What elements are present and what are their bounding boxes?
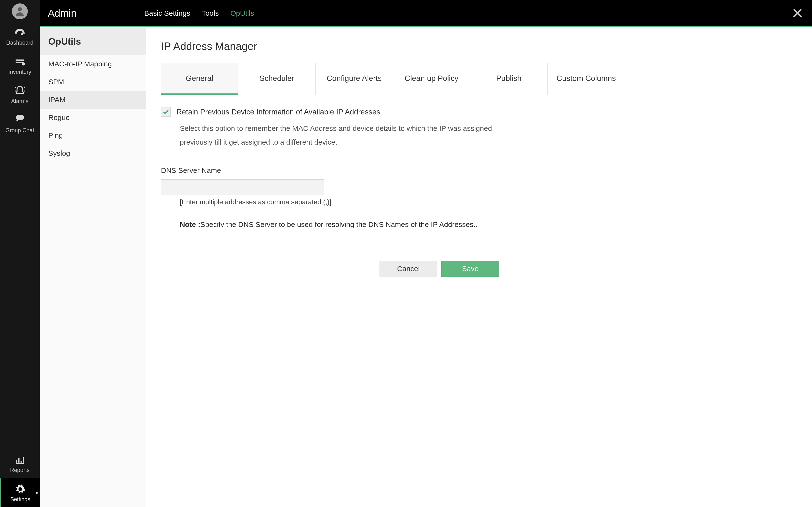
gear-icon: [15, 483, 26, 495]
sidebar-item-syslog[interactable]: Syslog: [40, 145, 146, 162]
close-icon[interactable]: [792, 7, 803, 19]
header-title: Admin: [48, 7, 77, 19]
svg-rect-2: [16, 59, 24, 61]
nav-item-label: Settings: [10, 496, 30, 503]
nav-rail: Dashboard Inventory Alarms Group Chat: [0, 0, 40, 507]
sidebar-item-mac-to-ip[interactable]: MAC-to-IP Mapping: [40, 55, 146, 73]
svg-point-4: [22, 63, 25, 66]
bell-icon: [14, 85, 26, 97]
retain-description: Select this option to remember the MAC A…: [180, 121, 499, 149]
dns-hint: [Enter multiple addresses as comma separ…: [180, 198, 797, 206]
dns-field-label: DNS Server Name: [161, 166, 797, 175]
avatar[interactable]: [0, 0, 40, 21]
dns-input[interactable]: [161, 179, 324, 195]
tab-custom-columns[interactable]: Custom Columns: [548, 63, 625, 95]
nav-item-label: Inventory: [8, 69, 32, 75]
nav-dashboard[interactable]: Dashboard: [0, 21, 40, 50]
second-sidebar: OpUtils MAC-to-IP Mapping SPM IPAM Rogue…: [40, 28, 146, 507]
chart-icon: [14, 454, 25, 466]
nav-item-label: Reports: [10, 467, 30, 473]
retain-checkbox-label: Retain Previous Device Information of Av…: [176, 107, 380, 116]
nav-groupchat[interactable]: Group Chat: [0, 109, 40, 138]
dns-note: Note :Specify the DNS Server to be used …: [180, 220, 518, 229]
header-tab-basic-settings[interactable]: Basic Settings: [144, 9, 190, 17]
nav-item-label: Group Chat: [6, 127, 34, 134]
header-tab-tools[interactable]: Tools: [202, 9, 219, 17]
sidebar-item-spm[interactable]: SPM: [40, 73, 146, 91]
save-button[interactable]: Save: [441, 261, 499, 277]
sidebar-title: OpUtils: [40, 28, 146, 55]
svg-point-1: [21, 33, 23, 35]
header: Admin Basic Settings Tools OpUtils: [40, 0, 812, 27]
nav-alarms[interactable]: Alarms: [0, 80, 40, 109]
nav-settings[interactable]: Settings ▸: [0, 478, 40, 507]
cancel-button[interactable]: Cancel: [379, 261, 438, 277]
header-tab-oputils[interactable]: OpUtils: [230, 9, 254, 17]
nav-inventory[interactable]: Inventory: [0, 50, 40, 80]
chevron-right-icon: ▸: [36, 490, 39, 495]
tab-scheduler[interactable]: Scheduler: [238, 63, 316, 95]
main: IP Address Manager General Scheduler Con…: [146, 28, 812, 507]
nav-item-label: Dashboard: [6, 40, 34, 46]
cube-icon: [14, 56, 26, 68]
gauge-icon: [14, 26, 26, 39]
nav-reports[interactable]: Reports: [0, 449, 40, 478]
svg-point-0: [18, 7, 22, 11]
sidebar-item-ipam[interactable]: IPAM: [40, 91, 146, 109]
tab-general[interactable]: General: [161, 63, 238, 95]
tab-publish[interactable]: Publish: [470, 63, 548, 95]
tab-configure-alerts[interactable]: Configure Alerts: [316, 63, 393, 95]
retain-checkbox[interactable]: [161, 107, 170, 117]
sidebar-item-ping[interactable]: Ping: [40, 126, 146, 145]
avatar-icon: [12, 3, 28, 19]
tab-bar: General Scheduler Configure Alerts Clean…: [161, 63, 797, 95]
page-title: IP Address Manager: [161, 40, 797, 52]
sidebar-item-rogue[interactable]: Rogue: [40, 109, 146, 126]
dns-note-body: Specify the DNS Server to be used for re…: [200, 220, 477, 228]
nav-item-label: Alarms: [11, 98, 29, 105]
tab-cleanup-policy[interactable]: Clean up Policy: [393, 63, 470, 95]
dns-note-prefix: Note :: [180, 220, 200, 228]
chat-icon: [14, 114, 26, 126]
